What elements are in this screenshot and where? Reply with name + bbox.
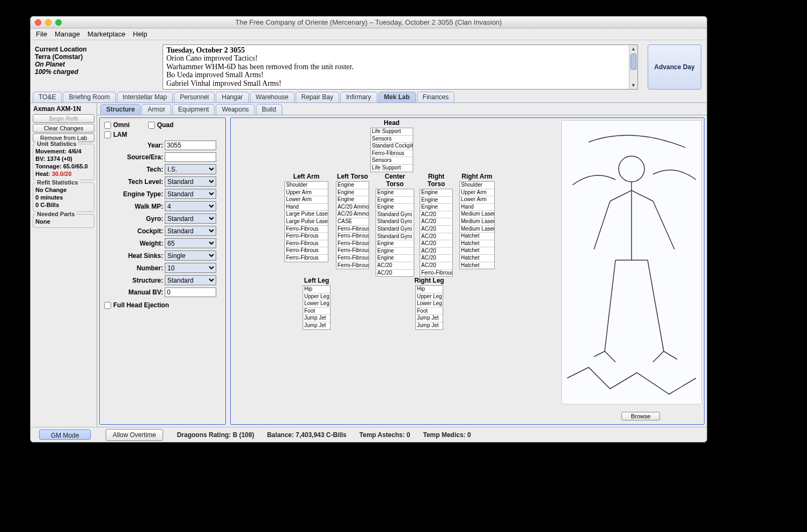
crit-slot[interactable]: Standard Gyro [376,226,414,233]
crit-slot[interactable]: Medium Laser [460,218,494,226]
crit-slot[interactable]: Engine [420,197,452,204]
crit-slot[interactable]: AC/20 [420,226,452,233]
crit-slot[interactable]: Upper Leg [303,293,330,301]
crit-slot[interactable]: Standard Gyro [376,233,414,241]
crit-slot[interactable]: AC/20 [376,270,414,277]
crit-slot[interactable]: Engine [336,189,369,197]
log-scrollbar[interactable]: ▲ ▼ [629,45,637,89]
crit-slot[interactable]: Upper Leg [416,293,443,301]
crit-slot[interactable]: Lower Leg [416,300,443,308]
crit-slot[interactable]: Standard Cockpit [371,143,413,150]
manualbv-field[interactable] [165,287,216,297]
crit-slot[interactable]: Life Support [371,165,413,172]
cockpit-select[interactable]: Standard [165,226,216,236]
loc-lt-slots[interactable]: EngineEngineEngineAC/20 AmmoAC/20 AmmoCA… [336,181,369,269]
crit-slot[interactable]: Hatchet [460,240,494,248]
crit-slot[interactable]: Ferro-Fibrous [336,262,369,269]
crit-slot[interactable]: Sensors [371,136,413,143]
loc-ct-slots[interactable]: EngineEngineEngineStandard GyroStandard … [376,189,414,277]
subtab-equipment[interactable]: Equipment [172,104,215,115]
crit-slot[interactable]: Jump Jet [303,315,330,322]
menu-help[interactable]: Help [133,30,148,38]
allow-overtime-button[interactable]: Allow Overtime [106,429,163,441]
crit-slot[interactable]: Ferro-Fibrous [420,270,452,277]
crit-slot[interactable]: AC/20 [420,262,452,270]
crit-slot[interactable]: Ferro-Fibrous [285,255,328,262]
tab-map[interactable]: Interstellar Map [117,92,173,102]
crit-slot[interactable]: AC/20 Ammo [336,211,369,218]
crit-slot[interactable]: AC/20 [420,233,452,241]
crit-slot[interactable]: Hatchet [460,233,494,240]
crit-slot[interactable]: Hatchet [460,247,494,255]
menu-marketplace[interactable]: Marketplace [87,30,126,38]
crit-slot[interactable]: Upper Arm [285,189,328,197]
menu-file[interactable]: File [36,30,47,38]
scroll-thumb[interactable] [630,54,636,70]
loc-head-slots[interactable]: Life SupportSensorsStandard CockpitFerro… [370,128,413,172]
crit-slot[interactable]: Lower Arm [285,196,328,204]
loc-rl-slots[interactable]: HipUpper LegLower LegFootJump JetJump Je… [415,285,443,330]
tab-meklab[interactable]: Mek Lab [378,92,416,102]
browse-button[interactable]: Browse [621,412,660,420]
crit-slot[interactable]: Lower Arm [460,196,494,204]
crit-slot[interactable]: AC/20 [376,262,414,270]
source-field[interactable] [165,152,216,162]
gyro-select[interactable]: Standard [165,213,216,224]
crit-slot[interactable]: AC/20 [420,240,452,248]
scroll-down-icon[interactable]: ▼ [629,82,637,89]
weight-select[interactable]: 65 [165,238,216,248]
techlevel-select[interactable]: Standard [165,176,216,187]
crit-slot[interactable]: Engine [376,197,414,204]
crit-slot[interactable]: Foot [416,308,443,315]
fullhead-checkbox[interactable]: Full Head Ejection [104,301,221,309]
omni-checkbox[interactable]: Omni [104,121,130,129]
crit-slot[interactable]: AC/20 [420,255,452,262]
crit-slot[interactable]: Hip [303,286,330,293]
crit-slot[interactable]: Sensors [371,157,413,165]
crit-slot[interactable]: AC/20 Ammo [336,204,369,211]
crit-slot[interactable]: Ferro-Fibrous [285,247,328,255]
crit-slot[interactable]: Ferro-Fibrous [336,233,369,240]
subtab-build[interactable]: Build [256,104,282,115]
crit-slot[interactable]: AC/20 [420,218,452,226]
crit-slot[interactable]: Shoulder [460,182,494,189]
crit-slot[interactable]: Ferro-Fibrous [336,247,369,255]
loc-ra-slots[interactable]: ShoulderUpper ArmLower ArmHandMedium Las… [459,181,495,269]
crit-slot[interactable]: Medium Laser [460,211,494,218]
year-field[interactable] [165,141,216,150]
crit-slot[interactable]: Engine [336,196,369,204]
crit-slot[interactable]: Hatchet [460,262,494,269]
tab-briefing[interactable]: Briefing Room [63,92,115,102]
lam-checkbox[interactable]: LAM [104,131,221,138]
crit-slot[interactable]: Ferro-Fibrous [285,233,328,240]
crit-slot[interactable]: Large Pulse Laser [285,218,328,226]
crit-slot[interactable]: Standard Gyro [376,211,414,219]
loc-ll-slots[interactable]: HipUpper LegLower LegFootJump JetJump Je… [303,285,331,330]
subtab-armor[interactable]: Armor [142,104,171,115]
advance-day-button[interactable]: Advance Day [648,45,701,90]
crit-slot[interactable]: Ferro-Fibrous [285,240,328,248]
crit-slot[interactable]: Jump Jet [416,315,443,322]
clear-changes-button[interactable]: Clear Changes [33,124,94,132]
crit-slot[interactable]: Ferro-Fibrous [371,150,413,158]
subtab-weapons[interactable]: Weapons [216,104,254,115]
crit-slot[interactable]: Engine [376,204,414,211]
crit-slot[interactable]: Hatchet [460,255,494,262]
crit-slot[interactable]: Engine [376,240,414,248]
gm-mode-button[interactable]: GM Mode [39,430,91,440]
crit-slot[interactable]: Ferro-Fibrous [336,240,369,248]
crit-slot[interactable]: Life Support [371,128,413,136]
crit-slot[interactable]: Hand [460,204,494,211]
quad-checkbox[interactable]: Quad [148,121,174,129]
crit-slot[interactable]: Ferro-Fibrous [336,255,369,262]
crit-slot[interactable]: Foot [303,308,330,315]
subtab-structure[interactable]: Structure [100,104,141,115]
tab-finances[interactable]: Finances [417,92,455,102]
scroll-up-icon[interactable]: ▲ [629,45,637,53]
crit-slot[interactable]: Ferro-Fibrous [285,226,328,233]
crit-slot[interactable]: Jump Jet [303,322,330,329]
begin-refit-button[interactable]: Begin Refit [33,114,94,123]
structure-select[interactable]: Standard [165,275,216,285]
crit-slot[interactable]: Engine [420,189,452,197]
engine-select[interactable]: Standard [165,189,216,199]
